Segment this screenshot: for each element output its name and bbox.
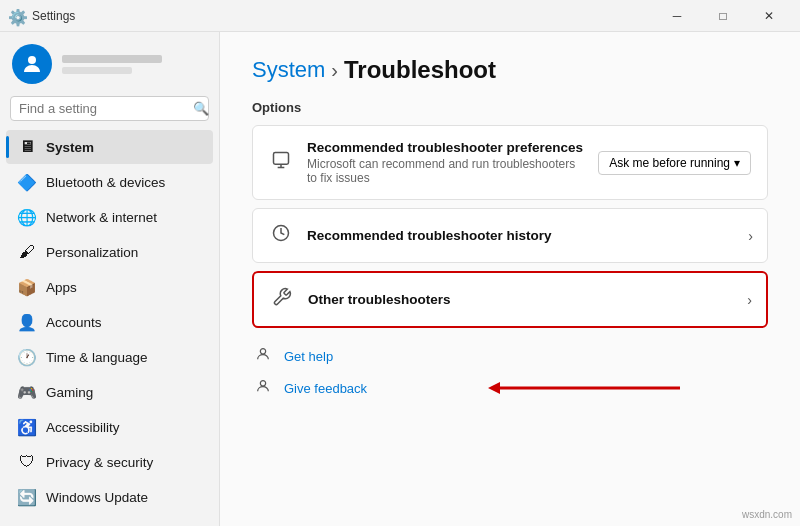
avatar: [12, 44, 52, 84]
chevron-recommended-history: ›: [748, 228, 753, 244]
sidebar-item-time[interactable]: 🕐 Time & language: [6, 340, 213, 374]
search-box[interactable]: 🔍: [10, 96, 209, 121]
recommended-history-title: Recommended troubleshooter history: [307, 228, 751, 243]
title-bar: ⚙️ Settings ─ □ ✕: [0, 0, 800, 32]
link-get-help[interactable]: Get help: [252, 344, 768, 368]
get-help-icon: [252, 346, 274, 366]
dropdown-recommended-prefs[interactable]: Ask me before running ▾: [598, 151, 751, 175]
sidebar-label-time: Time & language: [46, 350, 148, 365]
network-icon: 🌐: [18, 208, 36, 226]
accessibility-icon: ♿: [18, 418, 36, 436]
sidebar-label-personalization: Personalization: [46, 245, 138, 260]
give-feedback-label[interactable]: Give feedback: [284, 381, 367, 396]
breadcrumb-system[interactable]: System: [252, 57, 325, 83]
other-troubleshooters-text: Other troubleshooters: [308, 292, 750, 307]
cards-container: Recommended troubleshooter preferences M…: [252, 125, 768, 328]
minimize-button[interactable]: ─: [654, 0, 700, 32]
privacy-icon: 🛡: [18, 453, 36, 471]
sidebar-item-privacy[interactable]: 🛡 Privacy & security: [6, 445, 213, 479]
get-help-label[interactable]: Get help: [284, 349, 333, 364]
personalization-icon: 🖌: [18, 243, 36, 261]
svg-rect-1: [274, 153, 289, 165]
sidebar-item-update[interactable]: 🔄 Windows Update: [6, 480, 213, 514]
user-info: [62, 55, 162, 74]
breadcrumb: System › Troubleshoot: [252, 56, 768, 84]
sidebar-item-accounts[interactable]: 👤 Accounts: [6, 305, 213, 339]
sidebar-item-personalization[interactable]: 🖌 Personalization: [6, 235, 213, 269]
user-sub-bar: [62, 67, 132, 74]
title-bar-text: Settings: [32, 9, 654, 23]
gaming-icon: 🎮: [18, 383, 36, 401]
sidebar-label-system: System: [46, 140, 94, 155]
recommended-history-icon: [269, 223, 293, 248]
sidebar-label-network: Network & internet: [46, 210, 157, 225]
chevron-other-troubleshooters: ›: [747, 292, 752, 308]
system-icon: 🖥: [18, 138, 36, 156]
watermark: wsxdn.com: [742, 509, 792, 520]
recommended-prefs-subtitle: Microsoft can recommend and run troubles…: [307, 157, 584, 185]
search-input[interactable]: [19, 101, 187, 116]
sidebar-label-accessibility: Accessibility: [46, 420, 120, 435]
sidebar-item-network[interactable]: 🌐 Network & internet: [6, 200, 213, 234]
sidebar-label-gaming: Gaming: [46, 385, 93, 400]
other-troubleshooters-title: Other troubleshooters: [308, 292, 750, 307]
sidebar-label-accounts: Accounts: [46, 315, 102, 330]
accounts-icon: 👤: [18, 313, 36, 331]
recommended-prefs-title: Recommended troubleshooter preferences: [307, 140, 584, 155]
other-troubleshooters-icon: [270, 287, 294, 312]
apps-icon: 📦: [18, 278, 36, 296]
links-section: Get help Give feedback: [252, 344, 768, 400]
sidebar: 🔍 🖥 System 🔷 Bluetooth & devices 🌐 Netwo…: [0, 32, 220, 526]
recommended-prefs-icon: [269, 150, 293, 175]
card-other-troubleshooters[interactable]: Other troubleshooters ›: [252, 271, 768, 328]
sidebar-item-accessibility[interactable]: ♿ Accessibility: [6, 410, 213, 444]
link-give-feedback[interactable]: Give feedback: [252, 376, 768, 400]
sidebar-item-bluetooth[interactable]: 🔷 Bluetooth & devices: [6, 165, 213, 199]
card-recommended-history[interactable]: Recommended troubleshooter history ›: [252, 208, 768, 263]
close-button[interactable]: ✕: [746, 0, 792, 32]
card-recommended-prefs[interactable]: Recommended troubleshooter preferences M…: [252, 125, 768, 200]
time-icon: 🕐: [18, 348, 36, 366]
recommended-history-text: Recommended troubleshooter history: [307, 228, 751, 243]
user-area: [0, 32, 219, 92]
update-icon: 🔄: [18, 488, 36, 506]
give-feedback-icon: [252, 378, 274, 398]
sidebar-label-privacy: Privacy & security: [46, 455, 153, 470]
recommended-prefs-text: Recommended troubleshooter preferences M…: [307, 140, 584, 185]
settings-icon: ⚙️: [8, 8, 24, 24]
sidebar-item-gaming[interactable]: 🎮 Gaming: [6, 375, 213, 409]
search-icon: 🔍: [193, 101, 209, 116]
sidebar-item-system[interactable]: 🖥 System: [6, 130, 213, 164]
maximize-button[interactable]: □: [700, 0, 746, 32]
sidebar-item-apps[interactable]: 📦 Apps: [6, 270, 213, 304]
nav-list: 🖥 System 🔷 Bluetooth & devices 🌐 Network…: [0, 129, 219, 515]
breadcrumb-separator: ›: [331, 59, 338, 82]
sidebar-label-update: Windows Update: [46, 490, 148, 505]
sidebar-label-apps: Apps: [46, 280, 77, 295]
svg-point-3: [260, 349, 265, 354]
breadcrumb-current: Troubleshoot: [344, 56, 496, 84]
bluetooth-icon: 🔷: [18, 173, 36, 191]
content-area: System › Troubleshoot Options Recommende…: [220, 32, 800, 526]
app-layout: 🔍 🖥 System 🔷 Bluetooth & devices 🌐 Netwo…: [0, 32, 800, 526]
user-name-bar: [62, 55, 162, 63]
svg-point-0: [28, 56, 36, 64]
title-bar-controls: ─ □ ✕: [654, 0, 792, 32]
svg-point-4: [260, 381, 265, 386]
options-label: Options: [252, 100, 768, 115]
sidebar-label-bluetooth: Bluetooth & devices: [46, 175, 165, 190]
